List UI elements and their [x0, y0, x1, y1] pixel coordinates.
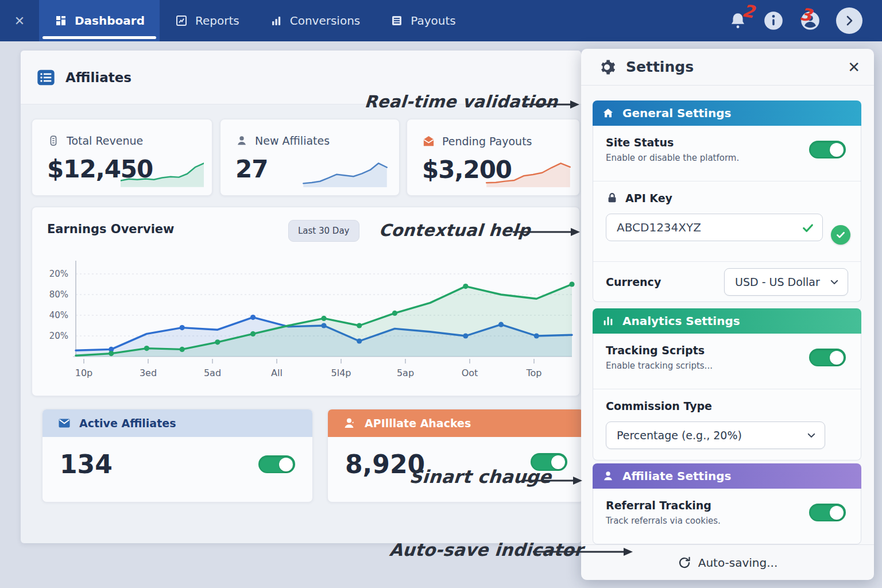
tab-label: Reports	[195, 14, 239, 28]
annotation-arrow	[525, 99, 580, 110]
commission-type-value: Percentage (e.g., 20%)	[617, 429, 742, 442]
refresh-icon	[678, 556, 691, 570]
tab-label: Payouts	[411, 14, 455, 28]
analytics-settings-section: Analytics Settings Tracking Scripts Enab…	[593, 308, 861, 461]
site-status-toggle[interactable]	[809, 141, 846, 158]
home-icon	[602, 107, 614, 119]
annotation-arrow	[524, 475, 583, 486]
affiliates-sparkline	[299, 158, 391, 188]
api-key-label: API Key	[625, 192, 672, 204]
affiliates-list-icon	[36, 68, 56, 87]
page-title: Affiliates	[65, 70, 131, 85]
bottom-card-value: 134	[60, 450, 113, 479]
analytics-icon	[602, 315, 614, 327]
stat-card-total-revenue: Total Revenue $12,450	[32, 119, 212, 196]
api-key-field-wrap	[606, 214, 823, 241]
annotation-contextual-help: Contextual help	[378, 220, 531, 240]
reports-icon	[175, 14, 188, 28]
chart-title: Earnings Overview	[47, 222, 174, 236]
api-key-input[interactable]	[606, 214, 822, 241]
svg-text:20%: 20%	[49, 331, 68, 341]
stat-card-new-affiliates: New Affiliates 27	[220, 119, 400, 196]
bottom-card-title: Active Affiliates	[79, 417, 176, 430]
general-settings-section: General Settings Site Status Enable or d…	[593, 100, 861, 302]
settings-title: Settings	[626, 59, 837, 75]
active-affiliates-toggle[interactable]	[258, 455, 295, 473]
active-affiliates-card: Active Affiliates 134	[42, 409, 313, 502]
section-title: Analytics Settings	[622, 314, 740, 328]
currency-row: Currency USD - US Dollar	[593, 261, 861, 301]
tab-label: Conversions	[290, 14, 361, 28]
section-title: Affiliate Settings	[622, 469, 731, 483]
svg-text:All: All	[271, 368, 283, 378]
tab-conversions[interactable]: Conversions	[254, 0, 376, 41]
payouts-sparkline	[485, 158, 571, 188]
stat-label: New Affiliates	[255, 134, 330, 147]
close-icon[interactable]: ✕	[0, 0, 39, 41]
svg-text:Oot: Oot	[462, 368, 478, 378]
settings-header: Settings ✕	[581, 49, 874, 86]
svg-text:Top: Top	[526, 368, 542, 378]
conversions-icon	[269, 14, 283, 28]
svg-text:10p: 10p	[75, 368, 93, 378]
site-status-row: Site Status Enable or disable the platfo…	[593, 126, 861, 181]
referral-tracking-row: Referral Tracking Track referrals via co…	[593, 489, 861, 544]
gear-icon	[598, 59, 616, 76]
stat-card-pending-payouts: Pending Payouts $3,200	[407, 119, 580, 196]
stat-label: Pending Payouts	[442, 135, 532, 148]
affiliate-settings-section: Affiliate Settings Referral Tracking Tra…	[593, 463, 861, 544]
chevron-right-icon	[844, 15, 855, 26]
date-range-button[interactable]: Last 30 Day	[288, 220, 359, 242]
commission-type-select[interactable]: Percentage (e.g., 20%)	[606, 421, 825, 449]
validation-status-icon	[831, 225, 850, 245]
commission-type-row: Commission Type Percentage (e.g., 20%)	[593, 389, 861, 460]
nav-actions: 2 3	[728, 0, 882, 41]
annotation-arrow	[513, 227, 581, 237]
tracking-scripts-toggle[interactable]	[809, 349, 846, 366]
svg-text:40%: 40%	[49, 310, 68, 320]
expand-button[interactable]	[836, 7, 862, 34]
person-icon	[235, 134, 248, 147]
currency-select[interactable]: USD - US Dollar	[724, 268, 848, 296]
info-icon[interactable]	[763, 10, 784, 32]
autosave-label: Auto-saving...	[698, 556, 778, 570]
date-range-label: Last 30 Day	[298, 226, 350, 236]
commission-type-label: Commission Type	[606, 400, 848, 412]
revenue-sparkline	[121, 158, 204, 188]
settings-close-icon[interactable]: ✕	[848, 59, 860, 76]
currency-value: USD - US Dollar	[735, 276, 820, 288]
tracking-scripts-row: Tracking Scripts Enable tracking scripts…	[593, 334, 861, 389]
envelope-icon	[57, 416, 71, 430]
stat-label: Total Revenue	[67, 134, 143, 147]
tab-reports[interactable]: Reports	[160, 0, 254, 41]
tab-label: Dashboard	[75, 14, 145, 28]
notification-badge: 2	[741, 0, 756, 22]
currency-label: Currency	[606, 276, 661, 288]
svg-text:80%: 80%	[49, 289, 68, 300]
valid-check-icon	[802, 222, 814, 234]
payouts-icon	[390, 14, 404, 28]
envelope-open-icon	[422, 134, 435, 148]
person-white-icon	[602, 470, 614, 482]
lock-icon	[606, 192, 618, 204]
person-white-icon	[343, 416, 357, 430]
settings-panel: Settings ✕ General Settings Site Status …	[581, 49, 874, 580]
annotation-arrow	[533, 547, 633, 557]
svg-text:3ed: 3ed	[140, 368, 157, 378]
chevron-down-icon	[806, 430, 817, 440]
tab-payouts[interactable]: Payouts	[375, 0, 470, 41]
svg-text:5ad: 5ad	[204, 368, 221, 378]
dashboard-icon	[54, 14, 68, 28]
tab-dashboard[interactable]: Dashboard	[39, 0, 160, 41]
top-nav: ✕ Dashboard Reports Conversions Payouts …	[0, 0, 882, 41]
svg-text:5ap: 5ap	[397, 368, 414, 378]
earnings-line-chart: 20%80%40%20%10p3ed5adAll5l4p5apOotTop	[42, 258, 579, 391]
chevron-down-icon	[829, 277, 840, 287]
money-icon	[47, 134, 60, 147]
bottom-card-title: APIlllate Ahackes	[365, 417, 471, 430]
api-key-row: API Key	[593, 181, 861, 261]
svg-text:5l4p: 5l4p	[331, 368, 351, 378]
referral-tracking-toggle[interactable]	[809, 504, 846, 521]
svg-text:20%: 20%	[49, 269, 68, 279]
section-title: General Settings	[622, 106, 731, 120]
